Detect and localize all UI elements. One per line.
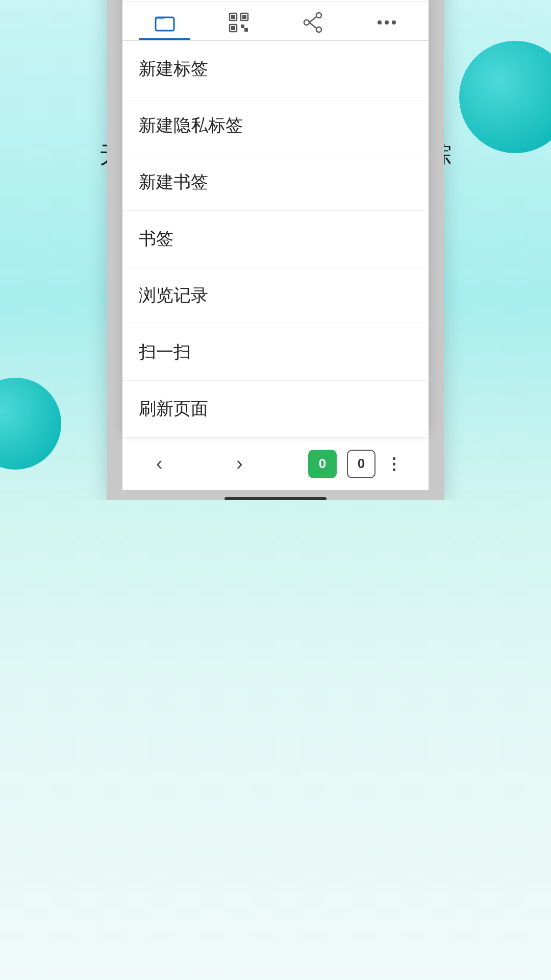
svg-line-13 xyxy=(309,22,316,28)
hero-section: 保护隐私 无广告、不记录、不共享、不追踪 用户数据 太太脚本浏览器 A xyxy=(0,0,551,500)
svg-rect-7 xyxy=(231,26,235,30)
back-button[interactable]: ‹ xyxy=(148,449,171,479)
icon-tabs-bar xyxy=(122,2,429,41)
svg-rect-5 xyxy=(244,28,248,32)
tab-count-green-badge[interactable]: 0 xyxy=(308,450,337,478)
phone-frame: 太太脚本浏览器 A xyxy=(107,0,444,500)
menu-item-scan[interactable]: 扫一扫 xyxy=(122,324,429,381)
menu-item-history[interactable]: 浏览记录 xyxy=(122,267,429,324)
svg-point-10 xyxy=(316,27,321,32)
tab-more[interactable] xyxy=(349,2,423,40)
tab-folder[interactable] xyxy=(128,2,202,40)
svg-point-14 xyxy=(378,20,382,24)
svg-point-9 xyxy=(316,13,321,18)
menu-item-new-tab[interactable]: 新建标签 xyxy=(122,41,429,97)
bottom-section xyxy=(0,500,551,980)
svg-point-11 xyxy=(304,20,309,25)
tab-count-outline-badge[interactable]: 0 xyxy=(347,450,375,478)
phone-inner: 太太脚本浏览器 A xyxy=(107,0,444,500)
menu-item-refresh[interactable]: 刷新页面 xyxy=(122,381,429,437)
bottom-nav: ‹ › 0 0 ⋮ xyxy=(122,437,429,490)
tab-scan[interactable] xyxy=(202,2,276,40)
menu-item-bookmarks[interactable]: 书签 xyxy=(122,211,429,267)
menu-list: 新建标签 新建隐私标签 新建书签 书签 浏览记录 扫一扫 刷新页面 xyxy=(122,41,429,437)
dropdown-menu: 新建标签 新建隐私标签 新建书签 书签 浏览记录 扫一扫 刷新页面 xyxy=(122,0,429,437)
forward-button[interactable]: › xyxy=(228,449,251,479)
tab-share[interactable] xyxy=(276,2,349,40)
svg-rect-4 xyxy=(241,24,244,28)
home-indicator xyxy=(224,497,327,500)
phone-mockup: 太太脚本浏览器 A xyxy=(107,0,444,500)
svg-point-16 xyxy=(392,20,396,24)
svg-line-12 xyxy=(309,17,316,22)
svg-rect-8 xyxy=(242,15,246,19)
menu-item-new-bookmark[interactable]: 新建书签 xyxy=(122,154,429,211)
decorative-ball-bottom xyxy=(0,378,61,470)
nav-right-group: 0 0 ⋮ xyxy=(308,450,403,478)
svg-point-15 xyxy=(385,20,389,24)
svg-rect-6 xyxy=(231,15,235,19)
menu-item-new-private-tab[interactable]: 新建隐私标签 xyxy=(122,97,429,154)
more-options-button[interactable]: ⋮ xyxy=(386,454,403,474)
